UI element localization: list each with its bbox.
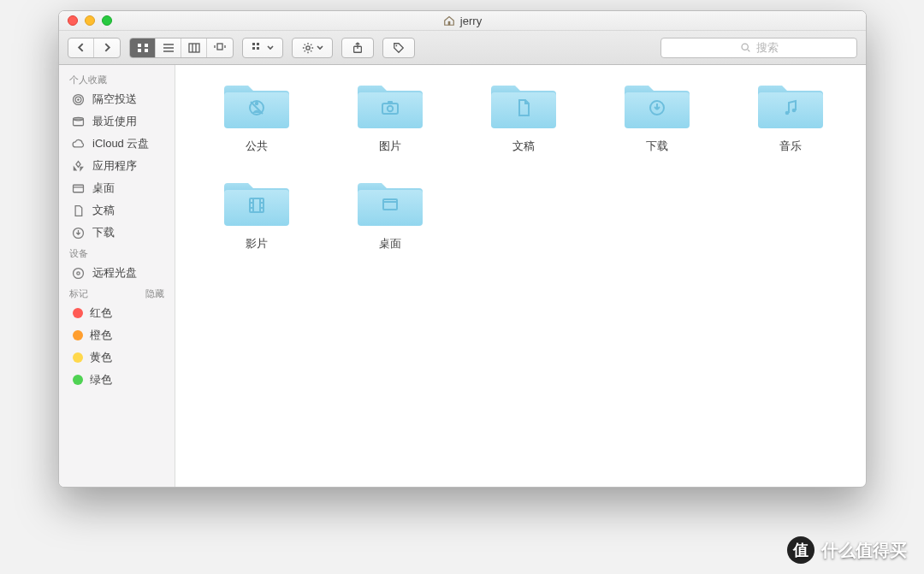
toolbar: 搜索 bbox=[59, 31, 866, 65]
svg-rect-49 bbox=[257, 43, 259, 45]
doc-icon bbox=[71, 204, 86, 218]
tag-dot-icon bbox=[73, 375, 83, 385]
search-input[interactable]: 搜索 bbox=[660, 38, 857, 58]
folder-icon bbox=[356, 176, 424, 228]
titlebar: jerry bbox=[59, 11, 866, 31]
folder-label: 公共 bbox=[246, 139, 268, 154]
svg-rect-51 bbox=[257, 47, 259, 50]
folder-icon bbox=[756, 79, 825, 130]
svg-rect-45 bbox=[217, 44, 222, 50]
share-button[interactable] bbox=[341, 38, 374, 58]
folder-label: 影片 bbox=[246, 236, 268, 251]
svg-rect-50 bbox=[252, 47, 255, 50]
search-icon bbox=[740, 42, 751, 53]
sidebar-item[interactable]: 最近使用 bbox=[59, 110, 175, 133]
folder-item[interactable]: 图片 bbox=[326, 79, 454, 154]
sidebar-item[interactable]: iCloud 云盘 bbox=[59, 133, 175, 155]
search-placeholder: 搜索 bbox=[756, 40, 779, 56]
folder-icon bbox=[222, 176, 291, 228]
tag-dot-icon bbox=[73, 308, 83, 318]
svg-rect-42 bbox=[189, 44, 199, 52]
home-icon bbox=[443, 15, 455, 27]
sidebar-tag-item[interactable]: 黄色 bbox=[59, 346, 175, 369]
view-icons-button[interactable] bbox=[130, 38, 156, 57]
sidebar: 个人收藏 隔空投送最近使用iCloud 云盘应用程序桌面文稿下载 设备 远程光盘… bbox=[59, 65, 175, 487]
sidebar-item-label: 文稿 bbox=[92, 203, 115, 218]
content-area[interactable]: 公共图片文稿下载音乐影片桌面 bbox=[175, 65, 866, 487]
sidebar-item-label: 桌面 bbox=[92, 180, 115, 196]
folder-label: 图片 bbox=[379, 139, 401, 154]
sidebar-favorites-header: 个人收藏 bbox=[59, 70, 175, 88]
apps-icon bbox=[71, 159, 86, 174]
svg-rect-35 bbox=[138, 44, 141, 47]
sidebar-item-label: 应用程序 bbox=[92, 158, 137, 174]
sidebar-tag-label: 黄色 bbox=[90, 350, 112, 365]
svg-rect-36 bbox=[145, 44, 148, 47]
folder-label: 音乐 bbox=[779, 139, 802, 154]
view-gallery-button[interactable] bbox=[207, 38, 233, 57]
sidebar-tag-item[interactable]: 绿色 bbox=[59, 369, 175, 391]
view-list-button[interactable] bbox=[156, 38, 181, 57]
sidebar-tags-hide[interactable]: 隐藏 bbox=[145, 287, 164, 300]
back-button[interactable] bbox=[68, 38, 94, 57]
sidebar-tag-item[interactable]: 红色 bbox=[59, 302, 175, 324]
sidebar-item-label: 最近使用 bbox=[92, 114, 137, 129]
watermark-badge: 值 bbox=[787, 536, 814, 564]
clock-icon bbox=[71, 115, 86, 129]
forward-button[interactable] bbox=[94, 38, 120, 57]
folder-icon bbox=[356, 79, 424, 130]
sidebar-tag-label: 红色 bbox=[90, 305, 112, 321]
watermark: 值 什么值得买 bbox=[787, 536, 907, 564]
sidebar-tag-item[interactable]: 橙色 bbox=[59, 324, 175, 346]
view-columns-button[interactable] bbox=[181, 38, 207, 57]
sidebar-item[interactable]: 应用程序 bbox=[59, 155, 175, 177]
svg-rect-48 bbox=[252, 43, 255, 45]
folder-label: 下载 bbox=[646, 139, 668, 154]
folder-icon bbox=[489, 79, 558, 130]
svg-rect-38 bbox=[145, 49, 148, 52]
sidebar-item[interactable]: 桌面 bbox=[59, 177, 175, 199]
tags-button[interactable] bbox=[382, 38, 415, 58]
nav-buttons bbox=[68, 38, 121, 58]
sidebar-item[interactable]: 下载 bbox=[59, 222, 175, 244]
folder-item[interactable]: 公共 bbox=[192, 79, 321, 154]
tag-dot-icon bbox=[73, 352, 83, 363]
folder-item[interactable]: 下载 bbox=[593, 79, 721, 154]
maximize-button[interactable] bbox=[102, 15, 112, 26]
folder-item[interactable]: 影片 bbox=[192, 176, 321, 251]
sidebar-tags-header: 标记 隐藏 bbox=[59, 284, 175, 302]
folder-label: 文稿 bbox=[512, 139, 535, 154]
folder-icon bbox=[623, 79, 691, 130]
desktop-icon bbox=[71, 181, 86, 196]
disc-icon bbox=[71, 266, 86, 281]
sidebar-item-label: 下载 bbox=[92, 225, 115, 240]
tag-dot-icon bbox=[73, 330, 83, 340]
minimize-button[interactable] bbox=[85, 15, 95, 26]
arrange-button[interactable] bbox=[242, 38, 283, 58]
window-title: jerry bbox=[460, 15, 482, 27]
sidebar-item-label: 远程光盘 bbox=[92, 265, 137, 281]
sidebar-item[interactable]: 远程光盘 bbox=[59, 262, 175, 284]
sidebar-item-label: 隔空投送 bbox=[92, 92, 137, 107]
airdrop-icon bbox=[71, 92, 86, 107]
view-mode-buttons bbox=[129, 38, 234, 58]
sidebar-tag-label: 橙色 bbox=[90, 328, 112, 343]
sidebar-item[interactable]: 文稿 bbox=[59, 199, 175, 222]
finder-window: jerry 搜索 个人收藏 隔空投送最近使用iCloud 云盘应用程序桌面文稿下… bbox=[58, 10, 867, 488]
window-controls bbox=[68, 15, 112, 26]
folder-item[interactable]: 桌面 bbox=[326, 176, 454, 251]
sidebar-devices-header: 设备 bbox=[59, 244, 175, 262]
folder-icon bbox=[222, 79, 291, 130]
cloud-icon bbox=[71, 137, 86, 151]
download-icon bbox=[71, 226, 86, 240]
action-button[interactable] bbox=[292, 38, 333, 58]
sidebar-tag-label: 绿色 bbox=[90, 372, 112, 388]
close-button[interactable] bbox=[68, 15, 78, 26]
watermark-text: 什么值得买 bbox=[821, 539, 907, 562]
folder-item[interactable]: 音乐 bbox=[726, 79, 855, 154]
folder-item[interactable]: 文稿 bbox=[459, 79, 588, 154]
sidebar-item-label: iCloud 云盘 bbox=[92, 136, 149, 151]
folder-label: 桌面 bbox=[379, 236, 401, 251]
sidebar-item[interactable]: 隔空投送 bbox=[59, 88, 175, 110]
svg-rect-37 bbox=[138, 49, 141, 52]
